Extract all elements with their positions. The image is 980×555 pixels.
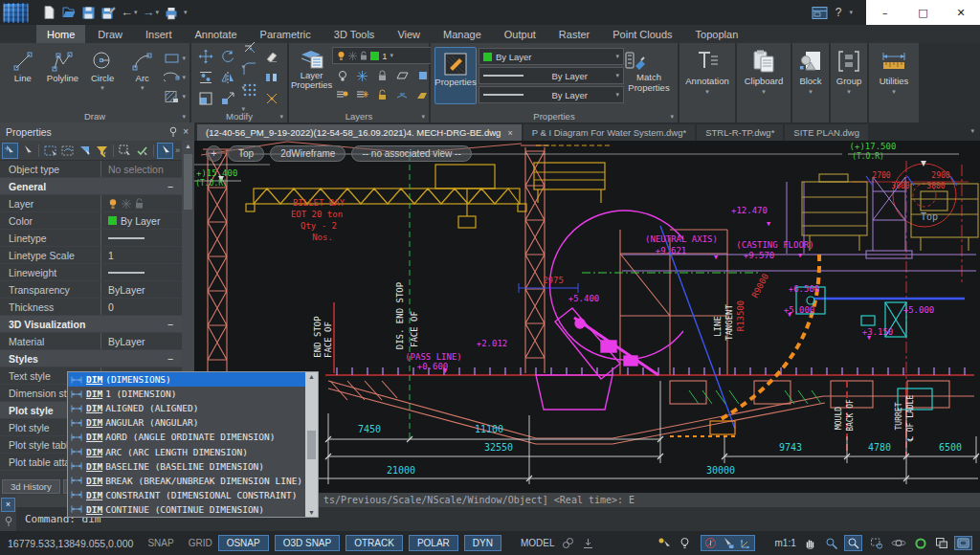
palette-section-header[interactable]: 3D Visualization− xyxy=(0,316,182,333)
zoom-previous-icon[interactable] xyxy=(870,537,883,549)
document-tab[interactable]: SITE PLAN.dwg xyxy=(785,124,868,141)
utilities-button[interactable]: Utilities ▾ xyxy=(869,43,919,122)
circle-tool-button[interactable]: Circle ▾ xyxy=(83,46,122,107)
explode-button[interactable] xyxy=(264,91,279,106)
stretch-button[interactable] xyxy=(264,70,279,85)
autocomplete-item[interactable]: DIMBREAK (BREAK/UNBREAK DIMENSION LINE) xyxy=(68,474,305,488)
command-panel-pin-icon[interactable] xyxy=(4,516,13,527)
thaw-all-button[interactable] xyxy=(356,89,368,100)
toggle-snap[interactable]: SNAP xyxy=(147,538,173,548)
palette-row-value[interactable] xyxy=(100,230,182,246)
pin-icon[interactable] xyxy=(168,126,178,138)
close-tab-icon[interactable]: × xyxy=(507,128,512,138)
ac-scroll-thumb[interactable] xyxy=(307,431,316,459)
no-snap-icon[interactable] xyxy=(704,537,717,549)
open-file-button[interactable] xyxy=(61,4,77,21)
autocomplete-item[interactable]: DIMAORD (ANGLE ORDINATE DIMENSION) xyxy=(68,430,305,444)
palette-row[interactable]: Lineweight xyxy=(0,264,182,281)
app-logo-icon[interactable] xyxy=(3,3,29,23)
collapse-icon[interactable]: − xyxy=(167,181,173,192)
clean-screen-icon[interactable] xyxy=(954,536,972,550)
autocomplete-item[interactable]: DIMBASELINE (BASELINE DIMENSION) xyxy=(68,459,305,474)
ribbon-tab-topoplan[interactable]: Topoplan xyxy=(685,25,749,43)
ribbon-tab-point-clouds[interactable]: Point Clouds xyxy=(602,25,682,43)
workspace-icon[interactable] xyxy=(812,4,828,21)
ribbon-tab-annotate[interactable]: Annotate xyxy=(185,25,248,43)
line-tool-button[interactable]: Line xyxy=(4,46,42,107)
arc-caret-icon[interactable]: ▾ xyxy=(141,84,145,92)
model-space-button[interactable]: MODEL xyxy=(521,538,555,548)
redo-button[interactable]: →▾ xyxy=(143,4,160,21)
lasso-select-tool[interactable] xyxy=(59,143,76,159)
close-button[interactable]: ✕ xyxy=(942,0,980,25)
ribbon-tab-manage[interactable]: Manage xyxy=(433,25,492,43)
undo-button[interactable]: ←▾ xyxy=(121,4,138,21)
properties-panel-expand-icon[interactable]: ▾ xyxy=(670,113,674,121)
ribbon-tab-raster[interactable]: Raster xyxy=(548,25,600,43)
select-tool[interactable] xyxy=(19,143,35,159)
autocomplete-item[interactable]: DIM1 (DIMENSION) xyxy=(68,387,305,401)
move-button[interactable] xyxy=(198,49,213,64)
palette-row[interactable]: MaterialByLayer xyxy=(0,333,182,350)
ribbon-tab-3d-tools[interactable]: 3D Tools xyxy=(323,25,386,43)
ribbon-tab-parametric[interactable]: Parametric xyxy=(250,25,322,43)
ribbon-tab-insert[interactable]: Insert xyxy=(135,25,183,43)
quick-select-tool[interactable] xyxy=(117,143,133,159)
zoom-window-icon[interactable] xyxy=(844,535,862,551)
document-tab[interactable]: P & I Diagram For Water System.dwg* xyxy=(523,124,696,141)
palette-row-value[interactable]: ByLayer xyxy=(100,333,182,349)
filter-tool[interactable] xyxy=(94,143,110,159)
regen-icon[interactable] xyxy=(914,537,927,550)
properties-palette-button[interactable]: Properties xyxy=(434,47,477,104)
toggle-o3d-snap[interactable]: O3D SNAP xyxy=(275,535,341,551)
lineweight-combo[interactable]: By Layer▾ xyxy=(479,67,624,84)
annotation-button[interactable]: Annotation ▾ xyxy=(679,43,735,122)
chain-icon[interactable] xyxy=(562,537,574,549)
download-icon[interactable] xyxy=(582,537,594,549)
window-select-tool[interactable] xyxy=(42,143,58,159)
viewport-pill[interactable]: 2dWireframe xyxy=(270,145,345,162)
pick-point-tool[interactable] xyxy=(157,143,173,159)
ac-scroll-up-icon[interactable]: ▲ xyxy=(308,373,315,380)
ribbon-tab-view[interactable]: View xyxy=(387,25,431,43)
draw-panel-expand-icon[interactable]: ▾ xyxy=(182,113,186,121)
layer-state-button[interactable] xyxy=(396,90,409,100)
autocomplete-item[interactable]: DIMCONTINUE (CONTINUE DIMENSION) xyxy=(68,502,305,517)
ribbon-tab-output[interactable]: Output xyxy=(494,25,546,43)
toggle-osnap[interactable]: OSNAP xyxy=(218,535,269,551)
layer-freeze-button[interactable] xyxy=(357,71,368,81)
toolbar-overflow-icon[interactable]: » xyxy=(175,145,180,155)
palette-row[interactable]: Linetype xyxy=(0,230,182,247)
offset-button[interactable] xyxy=(198,91,213,106)
layer-plot-button[interactable] xyxy=(396,71,409,80)
circle-caret-icon[interactable]: ▾ xyxy=(100,84,104,92)
toggle-grid[interactable]: GRID xyxy=(189,538,212,548)
clipboard-button[interactable]: Clipboard ▾ xyxy=(737,43,791,122)
undo-caret-icon[interactable]: ▾ xyxy=(134,9,138,16)
color-combo[interactable]: By Layer▾ xyxy=(479,48,624,65)
layer-isolate-button[interactable] xyxy=(418,71,428,80)
modify-panel-expand-icon[interactable]: ▾ xyxy=(279,113,283,121)
toggle-polar[interactable]: POLAR xyxy=(409,535,458,551)
layout-icon[interactable] xyxy=(935,537,948,549)
arc-tool-button[interactable]: Arc ▾ xyxy=(123,46,162,107)
palette-row-value[interactable] xyxy=(100,195,182,211)
palette-section-header[interactable]: Styles− xyxy=(0,350,182,367)
autocomplete-item[interactable]: DIMCONSTRAINT (DIMENSIONAL CONSTRAINT) xyxy=(68,488,305,502)
palette-row[interactable]: Layer xyxy=(0,195,182,212)
layer-walk-button[interactable] xyxy=(416,90,429,100)
help-caret-icon[interactable]: ▾ xyxy=(849,9,853,16)
print-button[interactable] xyxy=(164,4,179,21)
ribbon-tab-draw[interactable]: Draw xyxy=(87,25,133,43)
autocomplete-item[interactable]: DIMALIGNED (ALIGNED) xyxy=(68,401,305,415)
palette-row[interactable]: Object typeNo selection xyxy=(0,161,182,178)
collapse-icon[interactable]: − xyxy=(167,319,173,330)
lamp-cursor-icon[interactable] xyxy=(657,537,671,549)
toggle-dyn[interactable]: DYN xyxy=(464,535,501,551)
palette-section-header[interactable]: General− xyxy=(0,178,182,195)
toggle-otrack[interactable]: OTRACK xyxy=(345,535,403,551)
block-button[interactable]: Block ▾ xyxy=(792,43,829,122)
scroll-thumb[interactable] xyxy=(184,154,192,210)
redo-caret-icon[interactable]: ▾ xyxy=(156,9,160,16)
palette-row-value[interactable]: No selection xyxy=(100,161,182,177)
